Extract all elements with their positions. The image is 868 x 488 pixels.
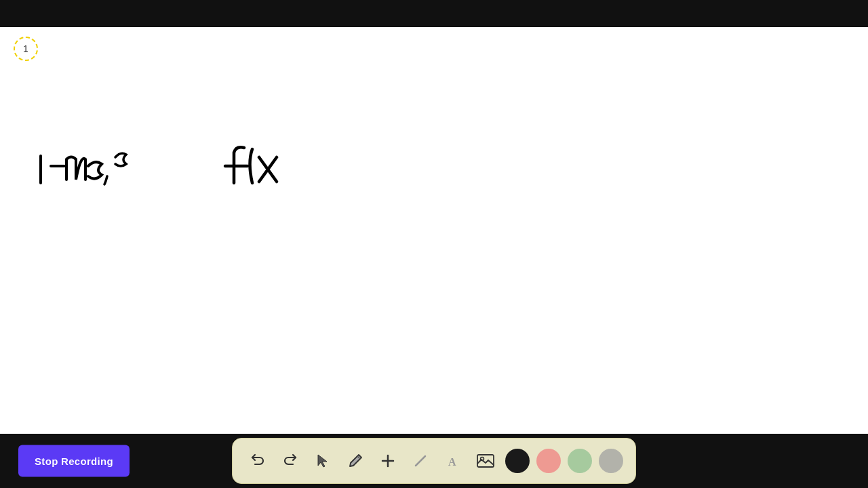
color-pink-button[interactable] xyxy=(536,449,561,473)
redo-icon xyxy=(282,453,298,469)
pen-icon xyxy=(348,453,363,468)
bottom-bar: Stop Recording xyxy=(0,434,868,488)
undo-icon xyxy=(250,453,266,469)
eraser-icon xyxy=(413,453,428,468)
add-button[interactable] xyxy=(375,448,401,474)
svg-text:A: A xyxy=(448,456,456,468)
select-icon xyxy=(315,453,330,468)
top-bar xyxy=(0,0,868,27)
stop-recording-button[interactable]: Stop Recording xyxy=(18,445,130,477)
color-gray-button[interactable] xyxy=(599,449,623,473)
color-green-button[interactable] xyxy=(568,449,592,473)
text-button[interactable]: A xyxy=(440,448,466,474)
svg-marker-0 xyxy=(318,455,327,467)
eraser-button[interactable] xyxy=(408,448,433,474)
canvas-writing xyxy=(27,129,366,210)
toolbar: A xyxy=(232,438,636,484)
pen-button[interactable] xyxy=(342,448,368,474)
page-number: 1 xyxy=(14,37,38,61)
color-black-button[interactable] xyxy=(505,449,530,473)
undo-button[interactable] xyxy=(245,448,271,474)
svg-line-4 xyxy=(416,456,425,466)
redo-button[interactable] xyxy=(277,448,303,474)
add-icon xyxy=(380,453,395,468)
text-icon: A xyxy=(446,453,460,468)
image-button[interactable] xyxy=(473,448,498,474)
canvas-area: 1 xyxy=(0,27,868,434)
select-button[interactable] xyxy=(310,448,336,474)
image-icon xyxy=(477,453,494,468)
